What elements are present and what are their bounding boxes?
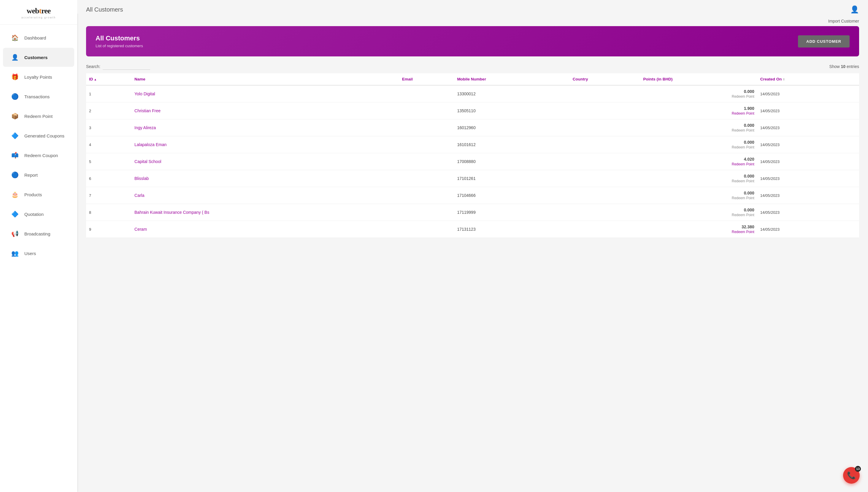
cell-mobile: 16101612 [454,136,570,153]
search-input[interactable] [103,63,150,70]
cell-points: 32.380 Redeem Point [640,221,757,238]
sidebar: webtree accelerating growth 🏠 Dashboard … [0,0,77,492]
sidebar-item-dashboard[interactable]: 🏠 Dashboard [3,28,74,47]
cell-id: 6 [86,170,131,187]
col-created[interactable]: Created On [757,73,859,85]
sidebar-label-loyalty-points: Loyalty Points [24,75,52,79]
points-value: 4.020 [643,157,754,162]
table-row: 2 Christian Free 13505110 1.900 Redeem P… [86,102,859,119]
customers-table: ID Name Email Mobile Number Country Poin… [86,73,859,238]
customer-link[interactable]: Yolo Digital [134,92,155,96]
cell-created: 14/05/2023 [757,221,859,238]
call-button[interactable]: 📞 13 [843,467,860,484]
cell-name[interactable]: Lalapaloza Eman [131,136,399,153]
phone-icon: 📞 [847,471,856,479]
sidebar-item-redeem-coupon[interactable]: 📫 Redeem Coupon [3,146,74,165]
import-customer-link[interactable]: Import Customer [828,19,859,23]
col-points[interactable]: Points (in BHD) [640,73,757,85]
cell-email [399,102,454,119]
points-value: 0.000 [643,207,754,212]
sidebar-icon-dashboard: 🏠 [9,32,20,43]
redeem-point-link[interactable]: Redeem Point [732,230,754,234]
customer-link[interactable]: Ingy Alireza [134,125,156,130]
page-title: All Customers [86,6,123,13]
cell-email [399,85,454,102]
col-id[interactable]: ID [86,73,131,85]
customer-link[interactable]: Bahrain Kuwait Insurance Company ( Bs [134,210,209,215]
cell-id: 5 [86,153,131,170]
sidebar-icon-products: 🎂 [9,189,20,200]
cell-id: 8 [86,204,131,221]
cell-country [570,136,640,153]
redeem-point-link[interactable]: Redeem Point [732,112,754,116]
sidebar-item-transactions[interactable]: 🔵 Transactions [3,87,74,106]
sidebar-label-customers: Customers [24,55,48,60]
cell-name[interactable]: Yolo Digital [131,85,399,102]
customer-link[interactable]: Capital School [134,159,161,164]
customer-link[interactable]: Ceram [134,227,147,231]
search-wrap: Search: [86,63,150,70]
sidebar-label-redeem-coupon: Redeem Coupon [24,153,58,158]
cell-mobile: 17101261 [454,170,570,187]
redeem-point-link: Redeem Point [732,196,754,200]
redeem-point-link: Redeem Point [732,145,754,149]
hero-text: All Customers List of registered custome… [96,34,143,48]
cell-name[interactable]: Capital School [131,153,399,170]
table-row: 5 Capital School 17008880 4.020 Redeem P… [86,153,859,170]
cell-mobile: 17131123 [454,221,570,238]
customer-link[interactable]: Lalapaloza Eman [134,142,166,147]
sidebar-icon-report: 🔵 [9,170,20,180]
sidebar-icon-redeem-point: 📦 [9,111,20,121]
cell-id: 1 [86,85,131,102]
table-controls: Search: Show 10 entries [86,63,859,70]
customer-link[interactable]: Christian Free [134,108,161,113]
col-email[interactable]: Email [399,73,454,85]
cell-name[interactable]: Ingy Alireza [131,119,399,136]
col-country[interactable]: Country [570,73,640,85]
cell-points: 0.000 Redeem Point [640,136,757,153]
col-name[interactable]: Name [131,73,399,85]
cell-points: 1.900 Redeem Point [640,102,757,119]
redeem-point-link: Redeem Point [732,128,754,132]
cell-country [570,119,640,136]
sidebar-item-loyalty-points[interactable]: 🎁 Loyalty Points [3,67,74,87]
table-header: ID Name Email Mobile Number Country Poin… [86,73,859,85]
sidebar-item-redeem-point[interactable]: 📦 Redeem Point [3,106,74,126]
sidebar-item-quotation[interactable]: 🔷 Quotation [3,204,74,224]
add-customer-button[interactable]: ADD CUSTOMER [798,35,850,48]
cell-id: 2 [86,102,131,119]
cell-name[interactable]: Christian Free [131,102,399,119]
cell-created: 14/05/2023 [757,102,859,119]
redeem-point-link: Redeem Point [732,213,754,217]
main-area: All Customers 👤 Import Customer All Cust… [77,0,868,492]
cell-email [399,170,454,187]
sidebar-icon-broadcasting: 📢 [9,228,20,239]
table-row: 3 Ingy Alireza 16012960 0.000 Redeem Poi… [86,119,859,136]
cell-mobile: 17119999 [454,204,570,221]
cell-mobile: 13300012 [454,85,570,102]
customer-link[interactable]: Carla [134,193,144,198]
cell-country [570,102,640,119]
entries-count: 10 [841,64,846,69]
cell-points: 4.020 Redeem Point [640,153,757,170]
app-logo: webtree [27,6,51,16]
sidebar-item-customers[interactable]: 👤 Customers [3,48,74,67]
logo-area: webtree accelerating growth [0,0,77,25]
show-label: Show [830,64,840,69]
customer-link[interactable]: Blisslab [134,176,149,181]
sidebar-item-broadcasting[interactable]: 📢 Broadcasting [3,224,74,243]
cell-name[interactable]: Bahrain Kuwait Insurance Company ( Bs [131,204,399,221]
sidebar-item-report[interactable]: 🔵 Report [3,165,74,184]
cell-name[interactable]: Carla [131,187,399,204]
sidebar-label-users: Users [24,251,36,256]
sidebar-item-generated-coupons[interactable]: 🔷 Generated Coupons [3,126,74,145]
col-mobile[interactable]: Mobile Number [454,73,570,85]
sidebar-label-redeem-point: Redeem Point [24,114,53,119]
redeem-point-link[interactable]: Redeem Point [732,162,754,166]
table-body: 1 Yolo Digital 13300012 0.000 Redeem Poi… [86,85,859,238]
user-icon[interactable]: 👤 [850,5,859,14]
cell-name[interactable]: Ceram [131,221,399,238]
cell-name[interactable]: Blisslab [131,170,399,187]
sidebar-item-products[interactable]: 🎂 Products [3,185,74,204]
sidebar-item-users[interactable]: 👥 Users [3,244,74,263]
